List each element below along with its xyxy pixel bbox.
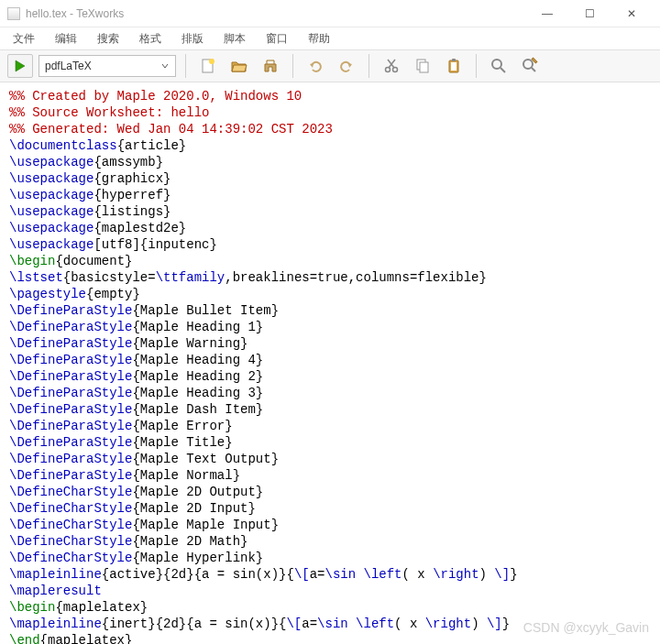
svg-point-2 — [209, 59, 214, 64]
svg-rect-10 — [420, 62, 428, 72]
svg-line-15 — [500, 68, 505, 72]
magnifier-icon — [490, 57, 508, 75]
window-title: hello.tex - TeXworks — [26, 7, 526, 20]
code-line[interactable]: \DefineParaStyle{Maple Bullet Item} — [9, 302, 651, 319]
code-line[interactable]: \DefineCharStyle{Maple 2D Output} — [9, 484, 651, 500]
compiler-label: pdfLaTeX — [45, 60, 92, 72]
code-line[interactable]: \documentclass{article} — [9, 137, 651, 154]
code-line[interactable]: \DefineParaStyle{Maple Heading 4} — [9, 352, 651, 368]
find-button[interactable] — [486, 54, 512, 78]
clipboard-icon — [445, 57, 463, 75]
typeset-button[interactable] — [7, 54, 33, 78]
menu-typeset[interactable]: 排版 — [178, 29, 207, 49]
new-document-icon — [199, 57, 217, 75]
save-button[interactable] — [258, 54, 283, 78]
save-icon — [261, 57, 280, 75]
toolbar-separator — [185, 54, 186, 78]
menu-bar: 文件 编辑 搜索 格式 排版 脚本 窗口 帮助 — [0, 27, 660, 49]
code-line[interactable]: \DefineParaStyle{Maple Heading 1} — [9, 319, 651, 335]
menu-window[interactable]: 窗口 — [262, 29, 292, 49]
code-line[interactable]: \DefineParaStyle{Maple Error} — [9, 418, 651, 434]
code-line[interactable]: \lstset{basicstyle=\ttfamily,breaklines=… — [9, 269, 651, 286]
code-line[interactable]: \pagestyle{empty} — [9, 286, 651, 302]
svg-line-8 — [388, 60, 394, 68]
copy-icon — [413, 57, 432, 75]
replace-button[interactable] — [517, 54, 543, 78]
minimize-button[interactable]: — — [526, 0, 568, 27]
copy-button[interactable] — [410, 54, 435, 78]
code-editor[interactable]: %% Created by Maple 2020.0, Windows 10%%… — [0, 82, 660, 644]
compiler-select[interactable]: pdfLaTeX — [38, 55, 176, 77]
cut-button[interactable] — [379, 54, 404, 78]
menu-file[interactable]: 文件 — [9, 29, 38, 49]
code-line[interactable]: \DefineParaStyle{Maple Heading 2} — [9, 368, 651, 385]
watermark: CSDN @xcyyk_Gavin — [523, 620, 649, 635]
code-line[interactable]: \DefineParaStyle{Maple Normal} — [9, 467, 651, 484]
code-line[interactable]: \DefineCharStyle{Maple Hyperlink} — [9, 550, 651, 566]
toolbar-separator — [292, 54, 293, 78]
code-line[interactable]: \mapleinline{active}{2d}{a = sin(x)}{\[a… — [9, 566, 651, 583]
code-line[interactable]: \DefineParaStyle{Maple Title} — [9, 434, 651, 451]
menu-edit[interactable]: 编辑 — [51, 29, 81, 49]
maximize-button[interactable]: ☐ — [568, 0, 610, 27]
svg-line-17 — [532, 68, 535, 71]
redo-icon — [337, 57, 356, 75]
svg-rect-12 — [451, 62, 456, 71]
svg-marker-4 — [348, 63, 352, 68]
close-button[interactable]: ✕ — [610, 0, 653, 27]
menu-script[interactable]: 脚本 — [220, 29, 249, 49]
svg-point-14 — [492, 60, 501, 69]
toolbar-separator — [368, 54, 369, 78]
code-line[interactable]: \DefineParaStyle{Maple Text Output} — [9, 451, 651, 467]
code-line[interactable]: %% Created by Maple 2020.0, Windows 10 — [9, 88, 651, 104]
code-line[interactable]: \usepackage{listings} — [9, 203, 651, 220]
code-line[interactable]: \DefineParaStyle{Maple Heading 3} — [9, 385, 651, 401]
new-button[interactable] — [195, 54, 221, 78]
menu-search[interactable]: 搜索 — [94, 29, 123, 49]
paste-button[interactable] — [441, 54, 467, 78]
code-line[interactable]: \DefineCharStyle{Maple Maple Input} — [9, 517, 651, 533]
code-line[interactable]: \usepackage{amssymb} — [9, 154, 651, 170]
code-line[interactable]: \begin{maplelatex} — [9, 599, 651, 616]
code-line[interactable]: \usepackage{maplestd2e} — [9, 220, 651, 236]
code-line[interactable]: \DefineParaStyle{Maple Dash Item} — [9, 401, 651, 418]
play-icon — [14, 60, 27, 72]
code-line[interactable]: \DefineParaStyle{Maple Warning} — [9, 335, 651, 352]
svg-point-16 — [523, 60, 533, 69]
code-line[interactable]: \mapleresult — [9, 583, 651, 599]
code-line[interactable]: %% Generated: Wed Jan 04 14:39:02 CST 20… — [9, 121, 651, 137]
code-line[interactable]: \usepackage{hyperref} — [9, 187, 651, 203]
scissors-icon — [382, 57, 401, 75]
open-folder-icon — [230, 57, 248, 75]
svg-rect-13 — [452, 59, 456, 61]
code-line[interactable]: \begin{document} — [9, 253, 651, 269]
svg-line-7 — [389, 60, 395, 68]
code-line[interactable]: \usepackage[utf8]{inputenc} — [9, 236, 651, 253]
toolbar-separator — [476, 54, 477, 78]
redo-button[interactable] — [334, 54, 359, 78]
code-line[interactable]: %% Source Worksheet: hello — [9, 104, 651, 121]
svg-marker-0 — [16, 60, 25, 71]
menu-help[interactable]: 帮助 — [304, 29, 334, 49]
open-button[interactable] — [226, 54, 252, 78]
svg-marker-3 — [310, 63, 314, 68]
menu-format[interactable]: 格式 — [136, 29, 165, 49]
undo-icon — [306, 57, 324, 75]
code-line[interactable]: \DefineCharStyle{Maple 2D Input} — [9, 500, 651, 517]
chevron-down-icon — [160, 61, 170, 71]
document-icon — [7, 7, 20, 20]
code-line[interactable]: \DefineCharStyle{Maple 2D Math} — [9, 533, 651, 550]
toolbar: pdfLaTeX — [0, 49, 660, 82]
magnifier-pencil-icon — [521, 57, 539, 75]
code-line[interactable]: \usepackage{graphicx} — [9, 170, 651, 187]
title-bar: hello.tex - TeXworks — ☐ ✕ — [0, 0, 660, 27]
undo-button[interactable] — [302, 54, 328, 78]
